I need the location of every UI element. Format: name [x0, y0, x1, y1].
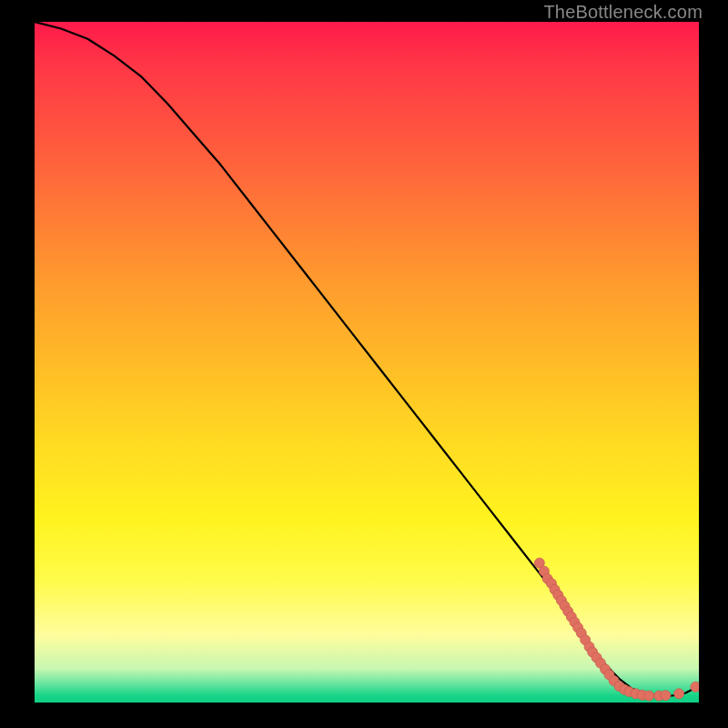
plot-area [35, 22, 699, 703]
bottleneck-curve [35, 22, 699, 696]
data-dot [661, 691, 671, 701]
data-dot [644, 691, 654, 701]
data-dot [691, 682, 699, 692]
chart-stage: TheBottleneck.com [0, 0, 728, 728]
data-dot [674, 689, 684, 699]
watermark-text: TheBottleneck.com [543, 2, 703, 23]
data-dots [534, 558, 699, 701]
plot-svg [35, 22, 699, 703]
